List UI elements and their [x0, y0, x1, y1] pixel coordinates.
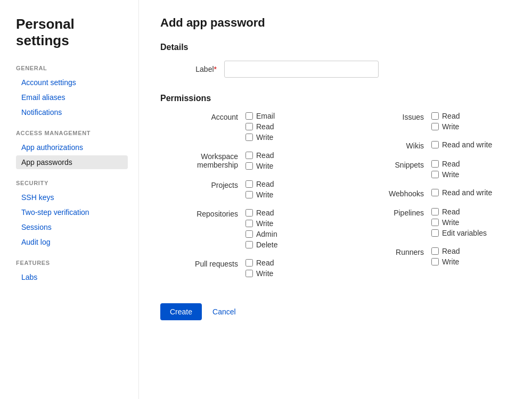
checkbox-wikis-read-and-write[interactable]: [431, 141, 439, 148]
sidebar-item-app-authorizations[interactable]: App authorizations: [16, 140, 128, 154]
checkbox-repositories-admin[interactable]: [245, 230, 253, 238]
check-label: Read: [442, 207, 460, 216]
checkbox-account-write[interactable]: [245, 134, 253, 141]
checkbox-runners-read[interactable]: [431, 247, 439, 255]
checkbox-pipelines-edit-variables[interactable]: [431, 229, 439, 237]
sidebar-section-access-management: ACCESS MANAGEMENTApp authorizationsApp p…: [16, 130, 128, 169]
checkbox-pull-requests-read[interactable]: [245, 259, 253, 267]
check-row-issues-read[interactable]: Read: [431, 112, 460, 120]
perm-group-runners: RunnersReadWrite: [346, 247, 511, 266]
perm-label-projects: Projects: [160, 180, 245, 199]
label-input[interactable]: [224, 61, 379, 78]
check-label: Read: [256, 209, 274, 217]
perm-checks-runners: ReadWrite: [431, 247, 460, 266]
check-label: Read: [256, 259, 274, 267]
checkbox-pull-requests-write[interactable]: [245, 270, 253, 277]
checkbox-snippets-write[interactable]: [431, 171, 439, 178]
check-label: Write: [442, 218, 459, 227]
sidebar-section-general: GENERALAccount settingsEmail aliasesNoti…: [16, 65, 128, 119]
perm-checks-webhooks: Read and write: [431, 188, 492, 198]
checkbox-workspace-membership-write[interactable]: [245, 162, 253, 170]
check-label: Write: [256, 219, 273, 228]
sidebar-item-sessions[interactable]: Sessions: [16, 220, 128, 234]
checkbox-repositories-delete[interactable]: [245, 241, 253, 248]
sidebar-section-label-features: FEATURES: [16, 260, 128, 266]
check-row-snippets-read[interactable]: Read: [431, 160, 460, 168]
sidebar-item-notifications[interactable]: Notifications: [16, 105, 128, 119]
checkbox-projects-read[interactable]: [245, 180, 253, 188]
perm-checks-account: EmailReadWrite: [245, 112, 275, 142]
check-row-webhooks-read-and-write[interactable]: Read and write: [431, 188, 492, 197]
sidebar-item-account-settings[interactable]: Account settings: [16, 76, 128, 89]
check-row-pipelines-edit-variables[interactable]: Edit variables: [431, 229, 487, 237]
check-row-snippets-write[interactable]: Write: [431, 170, 460, 179]
check-row-account-read[interactable]: Read: [245, 122, 275, 131]
perm-checks-issues: ReadWrite: [431, 112, 460, 131]
actions-row: Create Cancel: [160, 303, 511, 320]
permissions-section-title: Permissions: [160, 94, 511, 103]
sidebar-item-two-step-verification[interactable]: Two-step verification: [16, 205, 128, 219]
checkbox-issues-read[interactable]: [431, 112, 439, 120]
checkbox-repositories-read[interactable]: [245, 209, 253, 217]
perm-group-wikis: WikisRead and write: [346, 140, 511, 150]
sidebar-item-labs[interactable]: Labs: [16, 270, 128, 284]
perm-checks-repositories: ReadWriteAdminDelete: [245, 209, 277, 249]
perm-label-wikis: Wikis: [346, 140, 431, 150]
perm-label-webhooks: Webhooks: [346, 188, 431, 198]
checkbox-repositories-write[interactable]: [245, 220, 253, 227]
checkbox-webhooks-read-and-write[interactable]: [431, 189, 439, 196]
check-row-repositories-admin[interactable]: Admin: [245, 230, 277, 238]
checkbox-account-email[interactable]: [245, 112, 253, 120]
perm-label-workspace-membership: Workspace membership: [160, 151, 245, 170]
check-label: Write: [256, 190, 273, 199]
check-row-repositories-write[interactable]: Write: [245, 219, 277, 228]
check-label: Delete: [256, 240, 277, 249]
cancel-button[interactable]: Cancel: [210, 305, 238, 318]
sidebar-section-label-security: SECURITY: [16, 180, 128, 186]
create-button[interactable]: Create: [160, 303, 202, 320]
check-label: Write: [442, 170, 459, 179]
checkbox-issues-write[interactable]: [431, 123, 439, 130]
checkbox-snippets-read[interactable]: [431, 160, 439, 168]
check-row-pull-requests-read[interactable]: Read: [245, 259, 274, 267]
checkbox-pipelines-write[interactable]: [431, 219, 439, 226]
check-row-repositories-read[interactable]: Read: [245, 209, 277, 217]
details-section-title: Details: [160, 43, 511, 52]
checkbox-pipelines-read[interactable]: [431, 208, 439, 215]
sidebar-item-audit-log[interactable]: Audit log: [16, 235, 128, 249]
check-row-issues-write[interactable]: Write: [431, 122, 460, 131]
perm-checks-workspace-membership: ReadWrite: [245, 151, 274, 170]
check-row-wikis-read-and-write[interactable]: Read and write: [431, 140, 492, 149]
perm-group-webhooks: WebhooksRead and write: [346, 188, 511, 198]
perm-group-issues: IssuesReadWrite: [346, 112, 511, 131]
check-row-pull-requests-write[interactable]: Write: [245, 269, 274, 278]
check-row-projects-write[interactable]: Write: [245, 190, 274, 199]
check-row-workspace-membership-write[interactable]: Write: [245, 162, 274, 170]
sidebar-item-ssh-keys[interactable]: SSH keys: [16, 190, 128, 204]
checkbox-projects-write[interactable]: [245, 191, 253, 198]
checkbox-account-read[interactable]: [245, 123, 253, 130]
check-row-pipelines-write[interactable]: Write: [431, 218, 487, 227]
check-row-runners-write[interactable]: Write: [431, 257, 460, 266]
checkbox-runners-write[interactable]: [431, 258, 439, 265]
check-row-repositories-delete[interactable]: Delete: [245, 240, 277, 249]
right-permissions: IssuesReadWriteWikisRead and writeSnippe…: [346, 112, 511, 287]
sidebar-item-email-aliases[interactable]: Email aliases: [16, 90, 128, 104]
check-label: Read and write: [442, 140, 492, 149]
left-permissions: AccountEmailReadWriteWorkspace membershi…: [160, 112, 325, 287]
perm-label-account: Account: [160, 112, 245, 142]
check-row-account-write[interactable]: Write: [245, 133, 275, 142]
checkbox-workspace-membership-read[interactable]: [245, 152, 253, 159]
check-row-account-email[interactable]: Email: [245, 112, 275, 120]
check-row-workspace-membership-read[interactable]: Read: [245, 151, 274, 160]
perm-label-runners: Runners: [346, 247, 431, 266]
perm-checks-pipelines: ReadWriteEdit variables: [431, 207, 487, 237]
sidebar-item-app-passwords[interactable]: App passwords: [16, 155, 128, 169]
check-row-projects-read[interactable]: Read: [245, 180, 274, 188]
check-label: Write: [256, 269, 273, 278]
perm-label-snippets: Snippets: [346, 160, 431, 179]
check-row-runners-read[interactable]: Read: [431, 247, 460, 255]
check-row-pipelines-read[interactable]: Read: [431, 207, 487, 216]
permissions-grid: AccountEmailReadWriteWorkspace membershi…: [160, 112, 511, 287]
main-title: Add app password: [160, 16, 511, 30]
